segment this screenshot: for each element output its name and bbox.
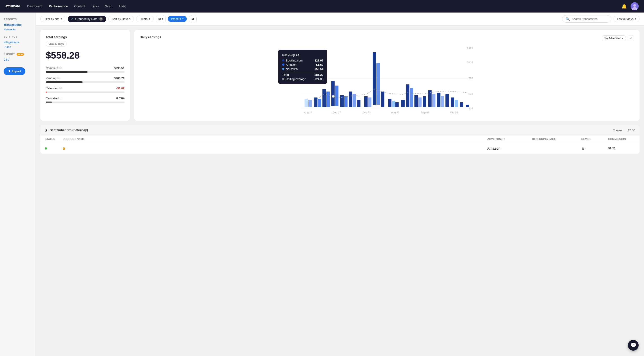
cancelled-info-icon: ⓘ	[60, 96, 62, 100]
cancelled-progress-bar	[46, 102, 124, 103]
pending-progress-fill	[46, 81, 83, 83]
chat-icon: 💬	[630, 342, 636, 348]
layout-options-button[interactable]: ⇄	[189, 16, 196, 22]
svg-rect-46	[455, 100, 458, 107]
page-layout: REPORTS Transactions Networks SETTINGS I…	[0, 12, 644, 356]
app-logo: affilimate	[5, 4, 20, 8]
complete-progress-fill	[46, 71, 88, 73]
complete-info-icon: ⓘ	[59, 66, 62, 70]
amazon-logo-icon: a	[63, 146, 65, 151]
remove-grouped-icon[interactable]: ✕	[99, 17, 103, 21]
nav-scan[interactable]: Scan	[105, 4, 112, 8]
nav-audit[interactable]: Audit	[118, 4, 126, 8]
svg-rect-44	[446, 94, 449, 107]
earnings-panel-title: Total earnings	[46, 35, 124, 39]
complete-progress-bar	[46, 71, 124, 73]
status-dot-green-icon	[45, 147, 47, 150]
svg-rect-35	[406, 84, 409, 107]
svg-rect-24	[352, 94, 356, 107]
sort-by-date-button[interactable]: Sort by Date ▾	[108, 16, 134, 22]
search-input[interactable]	[572, 17, 608, 20]
complete-label: Complete ⓘ	[46, 66, 62, 70]
svg-rect-31	[388, 99, 392, 107]
toolbar: Filter by site ▾ ✓ Grouped by Date ✕ Sor…	[36, 12, 644, 25]
panels-row: Total earnings Last 30 days $558.28 Comp…	[40, 30, 640, 121]
svg-rect-43	[441, 96, 444, 107]
svg-text:$150: $150	[467, 46, 473, 49]
expand-chart-button[interactable]: ⤢	[628, 35, 634, 41]
row-commission: $1.20	[608, 147, 635, 150]
device-column-header: Device	[581, 138, 608, 141]
presets-chevron-icon: ▾	[182, 17, 184, 20]
by-advertiser-button[interactable]: By Advertiser ▾	[602, 35, 626, 41]
row-status	[45, 147, 63, 150]
commission-column-header: Commission	[608, 138, 635, 141]
advertiser-chevron-icon: ▾	[622, 37, 623, 40]
complete-stat-row: Complete ⓘ $295.51	[46, 66, 124, 70]
status-column-header: Status	[45, 138, 63, 141]
cancelled-stat-row: Cancelled ⓘ 8.05%	[46, 96, 124, 100]
presets-button[interactable]: Presets ▾	[168, 16, 187, 22]
group-header-left: ❯ September 5th (Saturday)	[45, 128, 88, 132]
sidebar-export-title: EXPORT NEW	[4, 53, 32, 55]
refunded-value: -$1.02	[116, 87, 124, 90]
nav-links[interactable]: Links	[91, 4, 99, 8]
import-button[interactable]: ⬆ Import	[4, 67, 25, 75]
svg-text:$70: $70	[468, 77, 473, 80]
svg-text:Aug 12: Aug 12	[304, 111, 312, 114]
pending-label: Pending ⓘ	[46, 76, 60, 80]
svg-rect-34	[401, 100, 405, 107]
row-product: a	[63, 146, 487, 151]
nav-right: 🔔	[622, 2, 639, 10]
filters-chevron-icon: ▾	[149, 17, 150, 20]
svg-point-49	[332, 95, 334, 98]
svg-rect-17	[322, 89, 326, 107]
filter-by-site-button[interactable]: Filter by site ▾	[40, 16, 66, 22]
total-earnings-panel: Total earnings Last 30 days $558.28 Comp…	[40, 30, 130, 121]
refunded-label: Refunded ⓘ	[46, 86, 62, 90]
main-content: Filter by site ▾ ✓ Grouped by Date ✕ Sor…	[36, 12, 644, 356]
table-column-headers: Status Product name Advertiser Referring…	[40, 135, 640, 143]
notification-bell-icon[interactable]: 🔔	[622, 3, 627, 9]
export-new-badge: NEW	[16, 53, 24, 56]
refunded-info-icon: ⓘ	[59, 86, 62, 90]
nav-performance[interactable]: Performance	[49, 4, 68, 8]
daily-panel-header: Daily earnings By Advertiser ▾ ⤢	[140, 35, 634, 41]
svg-rect-20	[335, 86, 338, 106]
pending-info-icon: ⓘ	[57, 76, 60, 80]
svg-rect-25	[357, 100, 360, 107]
pending-stat-row: Pending ⓘ $263.79	[46, 76, 124, 80]
sidebar-item-rules[interactable]: Rules	[4, 44, 32, 49]
period-badge: Last 30 days	[46, 41, 67, 46]
svg-text:$110: $110	[467, 61, 473, 64]
refunded-progress-fill	[46, 91, 46, 93]
chat-bubble-button[interactable]: 💬	[628, 340, 639, 351]
table-group-header[interactable]: ❯ September 5th (Saturday) 2 sales $2.80	[40, 125, 640, 135]
date-range-button[interactable]: Last 30 days ▾	[614, 16, 640, 22]
sidebar-item-networks[interactable]: Networks	[4, 27, 32, 32]
advertiser-column-header: Advertiser	[487, 138, 532, 141]
nav-content[interactable]: Content	[74, 4, 85, 8]
top-navigation: affilimate Dashboard Performance Content…	[0, 0, 644, 12]
grouped-by-date-button[interactable]: ✓ Grouped by Date ✕	[68, 16, 106, 22]
svg-rect-28	[372, 52, 376, 105]
cancelled-label: Cancelled ⓘ	[46, 96, 62, 100]
svg-rect-21	[340, 95, 344, 107]
sidebar-item-integrations[interactable]: Integrations	[4, 40, 32, 44]
filters-button[interactable]: Filters ▾	[136, 16, 154, 22]
svg-rect-36	[410, 88, 413, 107]
sidebar-reports-title: REPORTS	[4, 18, 32, 20]
daily-earnings-title: Daily earnings	[140, 35, 161, 39]
columns-button[interactable]: ⊞ ▾	[156, 16, 166, 22]
svg-rect-14	[308, 100, 312, 107]
complete-value: $295.51	[114, 66, 124, 70]
svg-rect-22	[344, 96, 348, 107]
svg-text:Sep 06: Sep 06	[450, 111, 458, 114]
sidebar-item-csv[interactable]: CSV	[4, 57, 32, 62]
sidebar-item-transactions[interactable]: Transactions	[4, 22, 32, 27]
user-avatar[interactable]	[630, 2, 639, 10]
cancelled-value: 8.05%	[116, 97, 124, 100]
svg-text:Aug 22: Aug 22	[362, 111, 371, 114]
svg-rect-48	[466, 105, 469, 107]
nav-dashboard[interactable]: Dashboard	[27, 4, 42, 8]
